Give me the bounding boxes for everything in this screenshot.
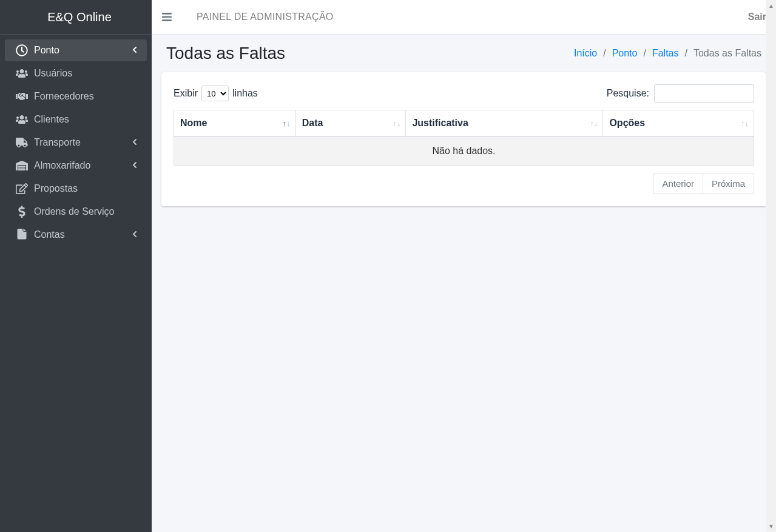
users-icon: [15, 67, 29, 79]
col-label: Data: [302, 118, 323, 128]
table-search-control: Pesquise:: [607, 84, 754, 103]
sidebar-item-label: Transporte: [34, 137, 132, 148]
truck-icon: [15, 136, 29, 149]
chevron-left-icon: [132, 231, 137, 240]
col-label: Justificativa: [412, 118, 468, 128]
pen-icon: [15, 183, 29, 195]
sort-icon: ↑↓: [741, 119, 749, 128]
data-card: Exibir 10 linhas Pesquise:: [161, 72, 766, 206]
breadcrumb-faltas[interactable]: Faltas: [652, 48, 679, 58]
sidebar-item-ordens[interactable]: Ordens de Serviço: [5, 201, 147, 223]
scroll-up-icon: ▲: [768, 2, 774, 9]
sidebar-item-usuarios[interactable]: Usuários: [5, 62, 147, 84]
logout-link[interactable]: Sair: [748, 12, 766, 22]
sidebar-item-transporte[interactable]: Transporte: [5, 132, 147, 153]
menu-toggle-icon[interactable]: [161, 12, 172, 22]
page-scrollbar[interactable]: ▲ ▼: [766, 0, 776, 532]
content-header: Todas as Faltas Início / Ponto / Faltas …: [152, 35, 776, 72]
breadcrumb-sep: /: [683, 48, 688, 59]
main-content: PAINEL DE ADMINISTRAÇÃO Sair Todas as Fa…: [152, 0, 776, 532]
sidebar-item-almoxarifado[interactable]: Almoxarifado: [5, 155, 147, 177]
sidebar-item-label: Ordens de Serviço: [34, 206, 137, 217]
clock-icon: [15, 44, 29, 56]
sidebar-item-label: Usuários: [34, 68, 137, 79]
users-icon: [15, 113, 29, 126]
sidebar-item-contas[interactable]: Contas: [5, 224, 147, 246]
col-nome[interactable]: Nome ↑↓: [174, 110, 296, 137]
sidebar: E&Q Online Ponto Usu: [0, 0, 152, 532]
table-empty-row: Não há dados.: [174, 136, 754, 166]
table-empty-cell: Não há dados.: [174, 136, 754, 166]
sidebar-item-label: Clientes: [34, 114, 137, 125]
breadcrumb: Início / Ponto / Faltas / Todas as Falta…: [574, 48, 761, 59]
breadcrumb-sep: /: [602, 48, 607, 59]
col-label: Nome: [180, 118, 207, 128]
breadcrumb-home[interactable]: Início: [574, 48, 597, 58]
chevron-left-icon: [132, 46, 137, 55]
breadcrumb-ponto[interactable]: Ponto: [612, 48, 638, 58]
table-length-control: Exibir 10 linhas: [174, 86, 258, 101]
col-label: Opções: [609, 118, 645, 128]
prev-button[interactable]: Anterior: [653, 173, 703, 194]
top-navbar: PAINEL DE ADMINISTRAÇÃO Sair: [152, 0, 776, 35]
invoice-icon: [15, 229, 29, 241]
sidebar-item-fornecedores[interactable]: Fornecedores: [5, 86, 147, 107]
col-opcoes[interactable]: Opções ↑↓: [603, 110, 754, 137]
warehouse-icon: [15, 160, 29, 172]
dollar-icon: [15, 206, 29, 218]
chevron-left-icon: [132, 161, 137, 170]
sort-icon: ↑↓: [283, 119, 291, 128]
brand-title[interactable]: E&Q Online: [0, 0, 152, 35]
search-input[interactable]: [654, 84, 754, 103]
col-justificativa[interactable]: Justificativa ↑↓: [406, 110, 603, 137]
scroll-down-icon: ▼: [768, 523, 774, 530]
sidebar-item-label: Propostas: [34, 183, 137, 194]
sidebar-item-label: Contas: [34, 229, 132, 240]
sort-icon: ↑↓: [590, 119, 598, 128]
length-suffix: linhas: [232, 88, 258, 99]
next-button[interactable]: Próxima: [703, 173, 754, 194]
pagination: Anterior Próxima: [653, 173, 754, 194]
sidebar-item-propostas[interactable]: Propostas: [5, 178, 147, 200]
length-select[interactable]: 10: [201, 86, 229, 101]
sort-icon: ↑↓: [393, 119, 400, 128]
sidebar-item-label: Almoxarifado: [34, 160, 132, 171]
sidebar-item-clientes[interactable]: Clientes: [5, 109, 147, 130]
col-data[interactable]: Data ↑↓: [295, 110, 406, 137]
handshake-icon: [15, 90, 29, 103]
length-prefix: Exibir: [174, 88, 198, 99]
sidebar-item-label: Fornecedores: [34, 91, 137, 102]
page-title: Todas as Faltas: [166, 44, 285, 63]
sidebar-item-label: Ponto: [34, 45, 132, 56]
breadcrumb-sep: /: [642, 48, 647, 59]
search-label: Pesquise:: [607, 88, 649, 99]
sidebar-item-ponto[interactable]: Ponto: [5, 39, 147, 61]
breadcrumb-current: Todas as Faltas: [693, 48, 761, 59]
sidebar-nav: Ponto Usuários: [0, 35, 152, 252]
chevron-left-icon: [132, 138, 137, 147]
navbar-title: PAINEL DE ADMINISTRAÇÃO: [197, 12, 334, 22]
data-table: Nome ↑↓ Data ↑↓ Justificativa ↑↓: [174, 110, 754, 166]
